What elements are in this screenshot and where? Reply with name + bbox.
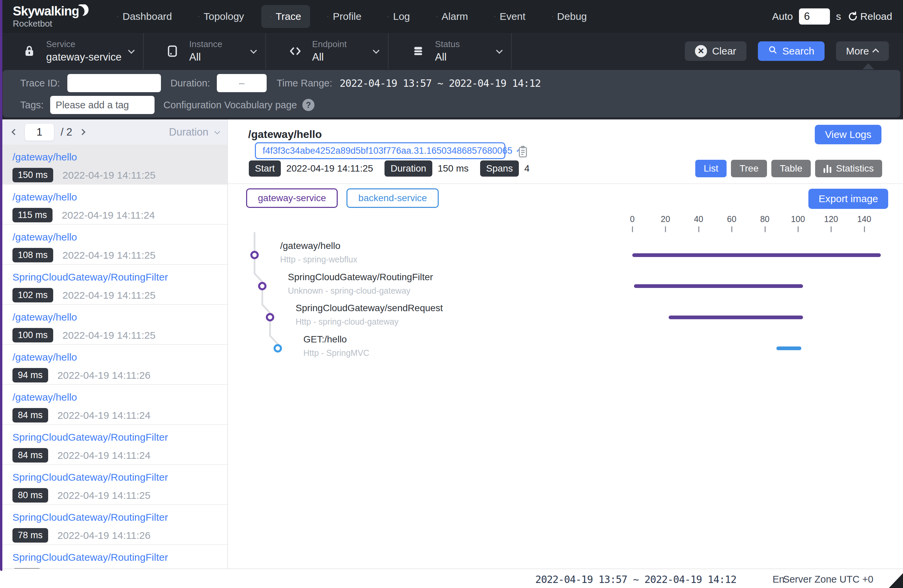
trace-item-meta: 108 ms2022-04-19 14:11:25 (13, 248, 227, 262)
server-zone-label[interactable]: Server Zone UTC +0 (783, 574, 873, 585)
auto-interval-input[interactable] (799, 8, 830, 25)
tab-statistics[interactable]: Statistics (815, 160, 882, 177)
tab-tree[interactable]: Tree (731, 160, 767, 177)
lock-icon (22, 43, 37, 59)
trace-list-item[interactable]: /gateway/hello150 ms2022-04-19 14:11:25 (2, 145, 227, 185)
span-node-icon[interactable] (252, 252, 258, 258)
nav-item-label: Event (500, 11, 525, 22)
nav-item-alarm[interactable]: Alarm (427, 5, 477, 28)
trace-list-item[interactable]: SpringCloudGateway/RoutingFilter78 ms202… (2, 505, 227, 545)
span-duration-bar[interactable] (776, 347, 801, 350)
trace-list-item[interactable]: SpringCloudGateway/RoutingFilter84 ms202… (2, 425, 227, 465)
trace-list-item[interactable]: SpringCloudGateway/RoutingFilter102 ms20… (2, 265, 227, 305)
clear-button[interactable]: ✕ Clear (685, 41, 746, 61)
view-logs-button[interactable]: View Logs (815, 125, 881, 144)
service-chips: gateway-servicebackend-service (246, 188, 439, 208)
vocabulary-link[interactable]: Configuration Vocabulary page (163, 100, 297, 111)
time-range-label: Time Range: (277, 78, 332, 89)
nav-item-dot (271, 16, 271, 17)
nav-right-controls: Auto s Reload (772, 8, 892, 25)
filter-texts: StatusAll (435, 39, 460, 63)
trace-item-title[interactable]: /gateway/hello (13, 151, 227, 163)
trace-title: /gateway/hello (248, 128, 322, 141)
trace-item-title[interactable]: SpringCloudGateway/RoutingFilter (13, 472, 227, 483)
trace-list: /gateway/hello150 ms2022-04-19 14:11:25/… (2, 145, 227, 569)
more-label: More (846, 45, 869, 57)
nav-item-trace[interactable]: Trace (261, 5, 310, 28)
trace-item-title[interactable]: /gateway/hello (13, 191, 227, 203)
service-chip-gateway-service[interactable]: gateway-service (246, 188, 338, 208)
nav-item-topology[interactable]: Topology (189, 5, 253, 28)
span-name[interactable]: /gateway/hello (280, 240, 340, 251)
time-range-value[interactable]: 2022-04-19 13:57 ~ 2022-04-19 14:12 (340, 77, 541, 89)
filter-label: Status (435, 39, 460, 49)
filter-status-dropdown[interactable]: StatusAll (389, 33, 512, 69)
span-name[interactable]: SpringCloudGateway/RoutingFilter (288, 272, 433, 282)
duration-input[interactable] (217, 74, 267, 92)
nav-item-debug[interactable]: Debug (543, 5, 596, 28)
nav-item-log[interactable]: Log (378, 5, 419, 28)
trace-item-meta: 78 ms2022-04-19 14:11:26 (13, 528, 227, 543)
span-duration-bar[interactable] (669, 315, 803, 319)
trace-id-select[interactable]: f4f3f3c34abe4252a89d5bf103f776aa.31.1650… (255, 142, 505, 159)
nav-item-dot (436, 16, 437, 17)
axis-tick-mark (765, 226, 766, 232)
reload-button[interactable]: Reload (847, 11, 892, 22)
span-node-icon[interactable] (259, 283, 266, 289)
tab-table[interactable]: Table (771, 160, 811, 177)
service-chip-backend-service[interactable]: backend-service (346, 188, 439, 208)
span-name[interactable]: SpringCloudGateway/sendRequest (296, 303, 443, 314)
trace-list-item[interactable]: /gateway/hello100 ms2022-04-19 14:11:25 (2, 305, 227, 345)
page-number-input[interactable] (25, 124, 54, 141)
trace-list-item[interactable]: SpringCloudGateway/RoutingFilter80 ms202… (2, 465, 227, 505)
trace-item-title[interactable]: /gateway/hello (13, 351, 227, 363)
trace-list-item[interactable]: /gateway/hello94 ms2022-04-19 14:11:26 (2, 345, 227, 385)
axis-tick-label: 20 (650, 214, 680, 224)
span-node-icon[interactable] (275, 345, 281, 351)
trace-item-title[interactable]: /gateway/hello (13, 312, 227, 323)
nav-item-profile[interactable]: Profile (318, 5, 370, 28)
axis-tick-label: 40 (683, 214, 714, 224)
clipboard-icon[interactable] (517, 144, 529, 160)
trace-list-item[interactable]: /gateway/hello84 ms2022-04-19 14:11:24 (2, 385, 227, 425)
nav-item-dashboard[interactable]: Dashboard (108, 5, 181, 28)
more-button[interactable]: More (836, 41, 889, 61)
span-node-icon[interactable] (267, 314, 274, 321)
chevron-right-icon (79, 129, 85, 135)
trace-id-input[interactable] (67, 74, 161, 92)
filter-service-dropdown[interactable]: Servicegateway-service (0, 33, 144, 69)
trace-timestamp: 2022-04-19 14:11:25 (63, 290, 156, 301)
trace-item-title[interactable]: SpringCloudGateway/RoutingFilter (13, 512, 227, 523)
sort-dropdown[interactable]: Duration (169, 126, 219, 138)
filter-instance-dropdown[interactable]: InstanceAll (144, 33, 266, 69)
filter-endpoint-dropdown[interactable]: EndpointAll (266, 33, 389, 69)
search-button[interactable]: Search (758, 41, 824, 61)
trace-detail-panel: /gateway/hello View Logs f4f3f3c34abe425… (228, 119, 903, 569)
trace-item-title[interactable]: /gateway/hello (13, 231, 227, 243)
tab-list[interactable]: List (695, 160, 727, 177)
bar-chart-icon (824, 164, 831, 173)
nav-item-event[interactable]: Event (485, 5, 535, 28)
trace-list-item[interactable]: /gateway/hello108 ms2022-04-19 14:11:25 (2, 225, 227, 265)
tags-input[interactable] (50, 96, 154, 114)
trace-item-title[interactable]: SpringCloudGateway/RoutingFilter (13, 431, 227, 443)
clear-label: Clear (712, 45, 736, 57)
prev-page-button[interactable] (11, 129, 18, 136)
span-duration-bar[interactable] (632, 253, 881, 257)
trace-list-item[interactable]: SpringCloudGateway/RoutingFilter (2, 545, 227, 569)
next-page-button[interactable] (79, 129, 86, 136)
help-icon[interactable]: ? (302, 99, 315, 111)
footer-time-range[interactable]: 2022-04-19 13:57 ~ 2022-04-19 14:12 (535, 574, 736, 585)
trace-duration-badge: 150 ms (13, 168, 53, 182)
span-waterfall: 020406080100120140/gateway/helloHttp - s… (228, 119, 903, 569)
export-image-button[interactable]: Export image (809, 189, 888, 209)
span-duration-bar[interactable] (634, 284, 803, 288)
trace-list-item[interactable]: /gateway/hello115 ms2022-04-19 14:11:24 (2, 185, 227, 225)
filter-value: All (312, 51, 347, 63)
span-detail: Http - spring-cloud-gateway (296, 317, 399, 327)
trace-item-title[interactable]: SpringCloudGateway/RoutingFilter (13, 552, 227, 563)
span-name[interactable]: GET:/hello (304, 334, 347, 345)
trace-item-title[interactable]: SpringCloudGateway/RoutingFilter (13, 271, 227, 283)
nav-item-label: Alarm (442, 11, 468, 22)
trace-item-title[interactable]: /gateway/hello (13, 392, 227, 403)
